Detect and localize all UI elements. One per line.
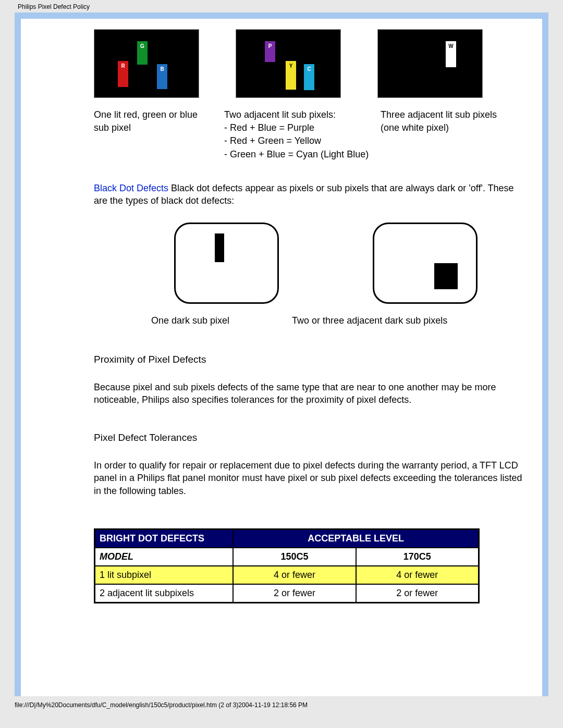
caption-one-lit: One lit red, green or blue sub pixel xyxy=(94,108,214,161)
blue-frame: R G B P Y C W One lit red, green or xyxy=(15,13,548,696)
bar-purple: P xyxy=(265,41,275,62)
dark-dot-captions: One dark sub pixel Two or three adjacent… xyxy=(151,314,527,327)
bright-dot-captions: One lit red, green or blue sub pixel Two… xyxy=(94,108,527,161)
tolerances-desc: In order to qualify for repair or replac… xyxy=(94,459,527,497)
black-dot-link[interactable]: Black Dot Defects xyxy=(94,183,168,193)
td-label: 2 adjacent lit subpixels xyxy=(95,584,234,603)
table-model-row: MODEL 150C5 170C5 xyxy=(95,548,479,566)
inner-content: R G B P Y C W One lit red, green or xyxy=(94,29,527,603)
bar-red: R xyxy=(118,61,128,87)
footer-path: file:///D|/My%20Documents/dfu/C_model/en… xyxy=(0,696,563,714)
content-area: R G B P Y C W One lit red, green or xyxy=(21,19,542,696)
th-bright-dot: BRIGHT DOT DEFECTS xyxy=(95,529,234,548)
panel-rgb: R G B xyxy=(94,29,199,98)
td-model-1: 150C5 xyxy=(233,548,356,566)
panel-pyc: P Y C xyxy=(236,29,341,98)
td-model-2: 170C5 xyxy=(356,548,479,566)
td-v2: 4 or fewer xyxy=(356,566,479,584)
bright-dot-panels-row: R G B P Y C W xyxy=(94,29,527,98)
bar-cyan: C xyxy=(304,64,314,90)
proximity-heading: Proximity of Pixel Defects xyxy=(94,354,527,365)
td-v1: 4 or fewer xyxy=(233,566,356,584)
page: Philips Pixel Defect Policy R G B P Y C xyxy=(0,0,563,714)
td-v2: 2 or fewer xyxy=(356,584,479,603)
th-acceptable: ACCEPTABLE LEVEL xyxy=(233,529,479,548)
table-header-row: BRIGHT DOT DEFECTS ACCEPTABLE LEVEL xyxy=(95,529,479,548)
page-header-title: Philips Pixel Defect Policy xyxy=(0,0,563,13)
table-row: 2 adjacent lit subpixels 2 or fewer 2 or… xyxy=(95,584,479,603)
caption-multi-dark: Two or three adjacent dark sub pixels xyxy=(292,314,447,327)
panel-one-dark xyxy=(174,223,279,304)
defects-table-wrap: BRIGHT DOT DEFECTS ACCEPTABLE LEVEL MODE… xyxy=(94,528,527,603)
caption-two-adjacent: Two adjacent lit sub pixels: - Red + Blu… xyxy=(224,108,370,161)
dark-pixel-single xyxy=(215,233,224,262)
bar-yellow: Y xyxy=(286,61,296,90)
bar-white: W xyxy=(446,41,456,67)
defects-table: BRIGHT DOT DEFECTS ACCEPTABLE LEVEL MODE… xyxy=(94,528,480,603)
caption-three-adjacent: Three adjacent lit sub pixels (one white… xyxy=(381,108,511,161)
td-label: 1 lit subpixel xyxy=(95,566,234,584)
dark-pixel-block xyxy=(434,263,458,289)
bar-blue: B xyxy=(157,64,167,89)
panel-white: W xyxy=(377,29,483,98)
td-model-label: MODEL xyxy=(95,548,234,566)
caption-one-dark: One dark sub pixel xyxy=(151,314,229,327)
bar-green: G xyxy=(137,41,148,65)
tolerances-heading: Pixel Defect Tolerances xyxy=(94,432,527,443)
dark-dot-panels-row xyxy=(125,223,527,304)
panel-multi-dark xyxy=(373,223,478,304)
td-v1: 2 or fewer xyxy=(233,584,356,603)
proximity-desc: Because pixel and sub pixels defects of … xyxy=(94,381,527,406)
black-dot-paragraph: Black Dot Defects Black dot defects appe… xyxy=(94,182,527,207)
table-row: 1 lit subpixel 4 or fewer 4 or fewer xyxy=(95,566,479,584)
